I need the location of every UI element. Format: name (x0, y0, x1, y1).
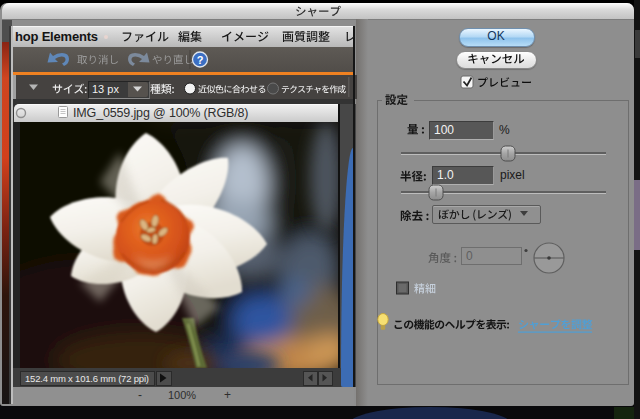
svg-text:?: ? (197, 54, 204, 66)
